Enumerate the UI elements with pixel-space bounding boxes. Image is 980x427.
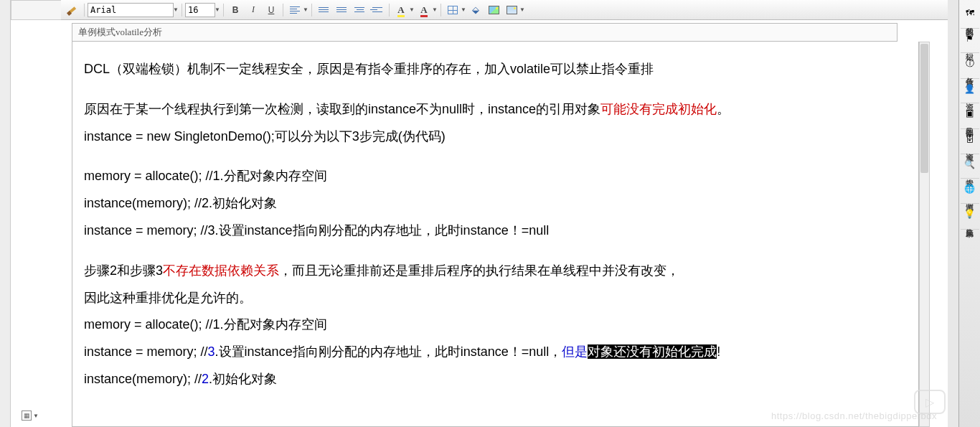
indent-icon xyxy=(372,7,382,12)
font-size-select[interactable] xyxy=(185,3,215,17)
paragraph: instance(memory); //2.初始化对象 xyxy=(84,366,907,393)
document-editor[interactable]: DCL（双端检锁）机制不一定线程安全，原因是有指令重排序的存在，加入volati… xyxy=(72,42,919,427)
rail-task-info[interactable]: ⓘ任务信息 xyxy=(961,53,979,79)
rail-library[interactable]: 🗄资源库 xyxy=(961,129,979,154)
rail-browser[interactable]: 🌐浏览器 xyxy=(961,179,979,204)
separator xyxy=(283,4,283,17)
font-color-button[interactable]: A xyxy=(415,2,433,18)
numbered-list-icon xyxy=(319,7,329,12)
rail-my-maps[interactable]: 🗺我的导图 xyxy=(961,3,979,29)
separator xyxy=(389,4,390,17)
insert-object-button[interactable] xyxy=(503,2,520,18)
paragraph: instance = new SingletonDemo();可以分为以下3步完… xyxy=(84,123,907,151)
font-color-icon: A xyxy=(420,4,427,16)
paragraph: 原因在于某一个线程执行到第一次检测，读取到的instance不为null时，in… xyxy=(84,96,907,123)
insert-table-button[interactable] xyxy=(444,2,461,18)
left-gutter xyxy=(0,0,11,427)
outdent-icon xyxy=(354,7,364,12)
paragraph: 步骤2和步骤3不存在数据依赖关系，而且无论重排前还是重排后程序的执行结果在单线程… xyxy=(84,258,907,285)
highlight-icon: A xyxy=(397,4,404,16)
align-button[interactable] xyxy=(286,2,303,18)
parts-icon: ▣ xyxy=(964,108,976,119)
person-icon: 👤 xyxy=(964,83,976,95)
link-icon: ⬙ xyxy=(472,4,479,15)
paragraph: instance(memory); //2.初始化对象 xyxy=(84,190,907,217)
document-content: DCL（双端检锁）机制不一定线程安全，原因是有指令重排序的存在，加入volati… xyxy=(84,56,907,393)
chevron-down-icon[interactable]: ▼ xyxy=(461,6,466,13)
library-icon: 🗄 xyxy=(964,133,976,145)
formatting-toolbar: ▼ ▼ B I U ▼ A ▼ A ▼ ▼ ⬙ ▼ xyxy=(61,0,948,20)
indent-button[interactable] xyxy=(369,2,386,18)
rail-resources[interactable]: 👤资源 xyxy=(961,79,979,103)
italic-button[interactable]: I xyxy=(245,2,262,18)
paragraph: DCL（双端检锁）机制不一定线程安全，原因是有指令重排序的存在，加入volati… xyxy=(84,56,907,83)
chevron-down-icon[interactable]: ▼ xyxy=(173,6,179,13)
scrollbar-thumb[interactable] xyxy=(920,44,928,173)
chevron-down-icon[interactable]: ▼ xyxy=(303,6,308,13)
align-left-icon xyxy=(290,6,300,14)
underline-button[interactable]: U xyxy=(263,2,280,18)
right-side-panel: 🗺我的导图 ⚑标记 ⓘ任务信息 👤资源 ▣导图部件 🗄资源库 🔍搜索 🌐浏览器 … xyxy=(958,0,980,427)
chevron-down-icon[interactable]: ▼ xyxy=(409,6,415,13)
rail-search[interactable]: 🔍搜索 xyxy=(961,154,979,179)
main-editor-area: ▼ ▼ B I U ▼ A ▼ A ▼ ▼ ⬙ ▼ 单例模式volatile分析… xyxy=(11,0,948,427)
chevron-down-icon[interactable]: ▼ xyxy=(519,6,525,13)
chevron-down-icon[interactable]: ▼ xyxy=(33,413,39,419)
flag-icon: ⚑ xyxy=(964,33,976,44)
map-icon: 🗺 xyxy=(964,7,976,19)
document-title-field[interactable]: 单例模式volatile分析 xyxy=(72,23,897,42)
bullet-list-icon xyxy=(336,7,347,12)
chevron-down-icon[interactable]: ▼ xyxy=(432,6,438,13)
rail-brainstorm[interactable]: 💡头脑风暴 xyxy=(961,204,979,230)
bottom-view-toggle[interactable]: ▦▼ xyxy=(22,410,50,421)
vertical-scrollbar[interactable] xyxy=(919,42,930,427)
paragraph: memory = allocate(); //1.分配对象内存空间 xyxy=(84,163,907,190)
image-icon xyxy=(489,6,499,14)
paragraph: 因此这种重排优化是允许的。 xyxy=(84,285,907,312)
chevron-down-icon[interactable]: ▼ xyxy=(215,6,220,13)
view-icon: ▦ xyxy=(22,410,32,421)
globe-icon: 🌐 xyxy=(964,183,976,194)
insert-image-button[interactable] xyxy=(485,2,502,18)
font-family-select[interactable] xyxy=(88,3,174,17)
rail-markers[interactable]: ⚑标记 xyxy=(961,29,979,53)
separator xyxy=(440,4,441,17)
bold-button[interactable]: B xyxy=(227,2,244,18)
table-icon xyxy=(448,6,458,14)
info-icon: ⓘ xyxy=(964,57,976,69)
search-icon: 🔍 xyxy=(964,159,976,170)
paragraph: instance = memory; //3.设置instance指向刚分配的内… xyxy=(84,217,907,245)
separator xyxy=(84,4,85,17)
bulb-icon: 💡 xyxy=(964,208,976,220)
highlight-color-button[interactable]: A xyxy=(392,2,410,18)
brush-icon xyxy=(66,4,79,17)
numbered-list-button[interactable] xyxy=(315,2,332,18)
object-icon xyxy=(507,6,517,14)
rail-map-parts[interactable]: ▣导图部件 xyxy=(961,103,979,129)
insert-link-button[interactable]: ⬙ xyxy=(467,2,484,18)
paragraph: memory = allocate(); //1.分配对象内存空间 xyxy=(84,311,907,339)
paragraph: instance = memory; //3.设置instance指向刚分配的内… xyxy=(84,339,907,366)
bullet-list-button[interactable] xyxy=(333,2,350,18)
outdent-button[interactable] xyxy=(351,2,368,18)
separator xyxy=(311,4,312,17)
separator xyxy=(182,4,182,17)
separator xyxy=(223,4,224,17)
format-painter-button[interactable] xyxy=(64,2,81,18)
